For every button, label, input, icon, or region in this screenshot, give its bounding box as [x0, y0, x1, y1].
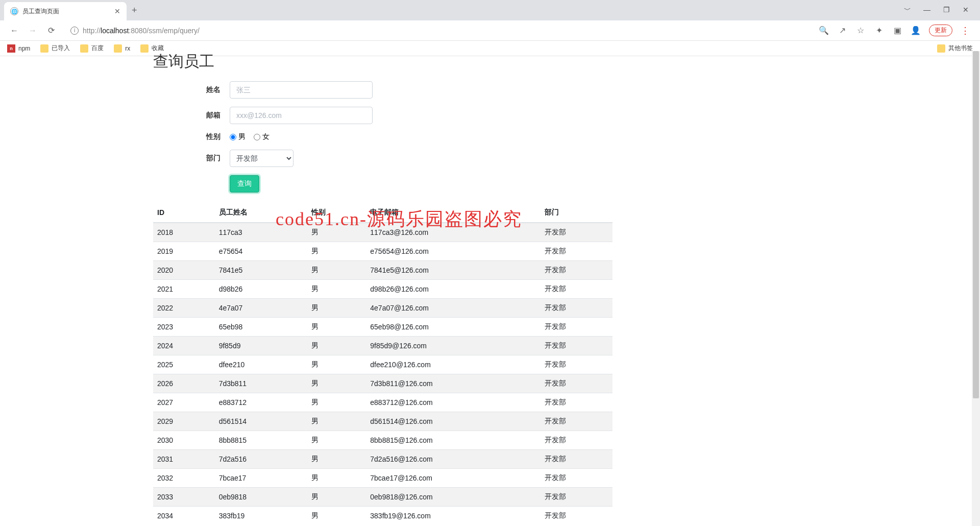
cell-name: 7bcae17 [215, 469, 307, 488]
cell-gender: 男 [307, 450, 366, 469]
cell-gender: 男 [307, 337, 366, 355]
cell-id: 2034 [153, 507, 215, 525]
new-tab-button[interactable]: + [132, 5, 137, 16]
minimize-button[interactable]: — [922, 6, 932, 15]
cell-dept: 开发部 [541, 374, 612, 393]
cell-dept: 开发部 [541, 431, 612, 450]
zoom-icon[interactable]: 🔍 [819, 26, 829, 36]
chevron-down-icon[interactable]: ﹀ [902, 6, 913, 15]
scrollbar-track[interactable] [972, 51, 980, 526]
cell-email: 0eb9818@126.com [366, 488, 541, 507]
cell-gender: 男 [307, 507, 366, 525]
reload-button[interactable]: ⟳ [44, 23, 58, 38]
cell-email: 65eb98@126.com [366, 318, 541, 337]
close-window-button[interactable]: ✕ [961, 6, 971, 15]
cell-name: 7841e5 [215, 261, 307, 280]
cell-email: d561514@126.com [366, 412, 541, 431]
table-row: 2021d98b26男d98b26@126.com开发部 [153, 280, 612, 299]
cell-id: 2022 [153, 299, 215, 318]
cell-id: 2021 [153, 280, 215, 299]
cell-gender: 男 [307, 393, 366, 412]
cell-name: 0eb9818 [215, 488, 307, 507]
gender-female-radio[interactable] [254, 134, 260, 140]
cell-email: 4e7a07@126.com [366, 299, 541, 318]
back-button[interactable]: ← [7, 23, 21, 38]
close-tab-icon[interactable]: ✕ [114, 7, 120, 15]
table-header-row: ID 员工姓名 性别 电子邮箱 部门 [153, 203, 612, 223]
page-title: 查询员工 [153, 51, 612, 72]
url-input[interactable]: i http://localhost:8080/ssm/emp/query/ [65, 23, 808, 38]
cell-name: 4e7a07 [215, 299, 307, 318]
url-text: http://localhost:8080/ssm/emp/query/ [83, 27, 200, 35]
tab-title: 员工查询页面 [22, 7, 110, 16]
cell-name: e883712 [215, 393, 307, 412]
dept-select[interactable]: 开发部 [230, 150, 293, 167]
cell-gender: 男 [307, 469, 366, 488]
cell-email: 7bcae17@126.com [366, 469, 541, 488]
cell-dept: 开发部 [541, 507, 612, 525]
bookmark-star-icon[interactable]: ☆ [855, 26, 866, 36]
th-gender: 性别 [307, 203, 366, 223]
cell-gender: 男 [307, 318, 366, 337]
extensions-icon[interactable]: ✦ [874, 26, 884, 36]
cell-email: 9f85d9@126.com [366, 337, 541, 355]
cell-gender: 男 [307, 431, 366, 450]
email-input[interactable] [230, 107, 373, 124]
gender-male-radio[interactable] [230, 134, 236, 140]
cell-name: e75654 [215, 242, 307, 261]
reading-list-icon[interactable]: ▣ [892, 26, 902, 36]
maximize-button[interactable]: ❐ [941, 6, 951, 15]
cell-name: 65eb98 [215, 318, 307, 337]
site-info-icon[interactable]: i [70, 27, 79, 35]
page-viewport: 查询员工 姓名 邮箱 性别 男 女 [0, 51, 972, 526]
gender-male-option[interactable]: 男 [230, 132, 246, 141]
profile-icon[interactable]: 👤 [911, 26, 921, 36]
browser-tab[interactable]: 🌐 员工查询页面 ✕ [4, 2, 127, 20]
form-row-dept: 部门 开发部 [153, 150, 612, 167]
email-label: 邮箱 [153, 111, 230, 120]
cell-email: 7841e5@126.com [366, 261, 541, 280]
query-button[interactable]: 查询 [230, 175, 259, 193]
table-row: 20308bb8815男8bb8815@126.com开发部 [153, 431, 612, 450]
cell-dept: 开发部 [541, 280, 612, 299]
cell-email: dfee210@126.com [366, 355, 541, 374]
gender-female-option[interactable]: 女 [254, 132, 270, 141]
cell-email: 7d3b811@126.com [366, 374, 541, 393]
cell-email: e883712@126.com [366, 393, 541, 412]
cell-email: e75654@126.com [366, 242, 541, 261]
share-icon[interactable]: ↗ [837, 26, 847, 36]
cell-gender: 男 [307, 280, 366, 299]
cell-dept: 开发部 [541, 412, 612, 431]
cell-dept: 开发部 [541, 223, 612, 242]
table-row: 2027e883712男e883712@126.com开发部 [153, 393, 612, 412]
th-dept: 部门 [541, 203, 612, 223]
cell-id: 2032 [153, 469, 215, 488]
table-row: 20207841e5男7841e5@126.com开发部 [153, 261, 612, 280]
toolbar-icons: 🔍 ↗ ☆ ✦ ▣ 👤 更新 ⋮ [814, 25, 975, 36]
cell-name: dfee210 [215, 355, 307, 374]
forward-button[interactable]: → [26, 23, 40, 38]
th-email: 电子邮箱 [366, 203, 541, 223]
cell-gender: 男 [307, 223, 366, 242]
name-input[interactable] [230, 81, 373, 99]
dept-label: 部门 [153, 154, 230, 163]
cell-id: 2024 [153, 337, 215, 355]
cell-dept: 开发部 [541, 469, 612, 488]
table-row: 202365eb98男65eb98@126.com开发部 [153, 318, 612, 337]
browser-tab-strip: 🌐 员工查询页面 ✕ + ﹀ — ❐ ✕ [0, 0, 980, 20]
cell-name: 117ca3 [215, 223, 307, 242]
table-row: 2019e75654男e75654@126.com开发部 [153, 242, 612, 261]
cell-dept: 开发部 [541, 393, 612, 412]
cell-dept: 开发部 [541, 450, 612, 469]
table-row: 20224e7a07男4e7a07@126.com开发部 [153, 299, 612, 318]
cell-email: 7d2a516@126.com [366, 450, 541, 469]
cell-gender: 男 [307, 299, 366, 318]
update-button[interactable]: 更新 [929, 25, 952, 36]
cell-id: 2020 [153, 261, 215, 280]
cell-id: 2031 [153, 450, 215, 469]
table-row: 2034383fb19男383fb19@126.com开发部 [153, 507, 612, 525]
table-row: 20267d3b811男7d3b811@126.com开发部 [153, 374, 612, 393]
scrollbar-thumb[interactable] [973, 51, 979, 398]
menu-button[interactable]: ⋮ [961, 25, 970, 36]
table-row: 20327bcae17男7bcae17@126.com开发部 [153, 469, 612, 488]
